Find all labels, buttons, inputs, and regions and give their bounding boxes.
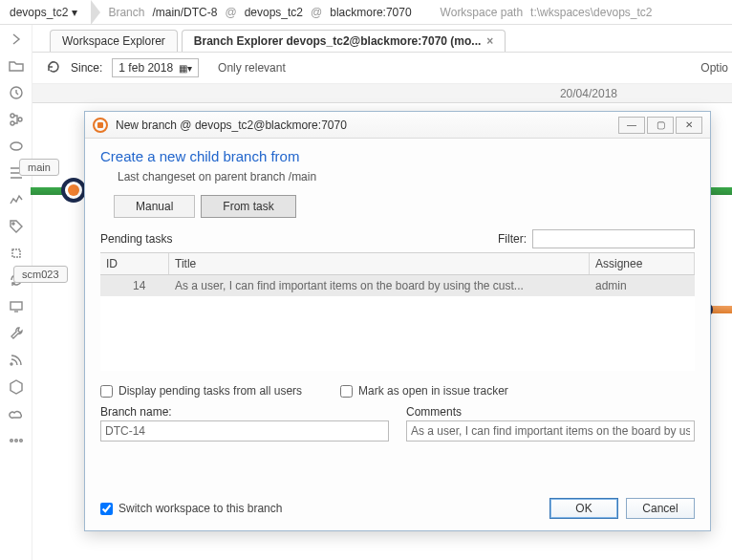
cloud-icon[interactable] [7, 405, 26, 422]
pending-tasks-label: Pending tasks [100, 232, 172, 246]
maximize-button[interactable]: ▢ [647, 117, 674, 134]
chk-switch-workspace[interactable]: Switch workspace to this branch [100, 502, 282, 515]
svg-point-5 [12, 223, 14, 225]
since-label: Since: [71, 61, 102, 75]
graph-icon[interactable] [7, 191, 26, 208]
chk-mark-open-label: Mark as open in issue tracker [358, 384, 508, 398]
branch-label-scm[interactable]: scm023 [13, 266, 68, 283]
table-row[interactable]: 14 As a user, I can find important items… [100, 275, 695, 296]
cell-id: 14 [100, 275, 169, 296]
refresh-button[interactable] [46, 59, 61, 77]
svg-point-9 [19, 440, 22, 442]
col-title[interactable]: Title [169, 253, 590, 274]
branch-label: Branch [108, 6, 144, 19]
wrench-icon[interactable] [7, 325, 26, 342]
branch-label-main[interactable]: main [19, 159, 59, 176]
workspace-path: t:\wkspaces\devops_tc2 [530, 6, 652, 19]
chevron-separator-icon [91, 0, 100, 25]
rss-icon[interactable] [7, 352, 26, 369]
at-symbol: @ [225, 6, 236, 19]
calendar-icon: ▦▾ [179, 63, 192, 74]
col-assignee[interactable]: Assignee [590, 253, 695, 274]
mode-manual-button[interactable]: Manual [114, 195, 195, 218]
cell-title: As a user, I can find important items on… [169, 275, 590, 296]
chk-mark-open-box[interactable] [340, 385, 353, 398]
changesets-icon[interactable] [7, 138, 26, 155]
dialog-title: New branch @ devops_tc2@blackmore:7070 [116, 118, 347, 132]
filter-label: Filter: [498, 232, 527, 246]
svg-point-2 [11, 121, 14, 125]
hex-icon[interactable] [7, 378, 26, 396]
branch-path[interactable]: /main/DTC-8 [152, 6, 217, 19]
chk-all-users-label: Display pending tasks from all users [118, 384, 302, 398]
svg-point-4 [11, 142, 22, 150]
col-id[interactable]: ID [100, 253, 169, 274]
filter-input[interactable] [532, 229, 695, 248]
chk-all-users[interactable]: Display pending tasks from all users [100, 384, 302, 398]
attr-icon[interactable] [7, 245, 26, 262]
workspace-path-label: Workspace path [441, 6, 524, 19]
svg-point-8 [14, 440, 17, 442]
monitor-icon[interactable] [7, 298, 26, 315]
tab-workspace-explorer[interactable]: Workspace Explorer [50, 30, 178, 52]
repo-dropdown[interactable]: devops_tc2 ▾ [4, 4, 83, 21]
svg-point-1 [11, 114, 14, 118]
svg-point-7 [10, 440, 12, 442]
pending-icon[interactable] [7, 84, 26, 101]
comments-label: Comments [406, 405, 695, 419]
grid-header: ID Title Assignee [100, 252, 695, 275]
minimize-button[interactable]: — [618, 117, 645, 134]
mode-from-task-button[interactable]: From task [201, 195, 295, 218]
chk-switch-workspace-box[interactable] [100, 503, 113, 515]
cancel-button[interactable]: Cancel [626, 498, 695, 519]
svg-rect-6 [11, 302, 22, 310]
ok-button[interactable]: OK [549, 498, 618, 519]
dialog-heading: Create a new child branch from [100, 148, 695, 164]
chk-mark-open[interactable]: Mark as open in issue tracker [340, 384, 508, 398]
dropdown-arrow-icon: ▾ [72, 6, 77, 19]
tasks-grid[interactable]: ID Title Assignee 14 As a user, I can fi… [100, 252, 695, 371]
comments-input[interactable] [406, 420, 695, 442]
chevron-right-icon[interactable] [7, 31, 26, 48]
mode-tabs: Manual From task [114, 195, 695, 218]
chk-all-users-box[interactable] [100, 385, 113, 398]
dialog-body: Create a new child branch from Last chan… [85, 139, 710, 530]
close-button[interactable]: ✕ [676, 117, 702, 134]
tag-icon[interactable] [7, 218, 26, 235]
timeline-ruler: 20/04/2018 [32, 84, 732, 103]
tab-branch-explorer[interactable]: Branch Explorer devops_tc2@blackmore:707… [182, 30, 506, 52]
options-link[interactable]: Optio [700, 61, 728, 75]
sidebar-rail [0, 25, 32, 560]
new-branch-dialog: New branch @ devops_tc2@blackmore:7070 —… [84, 111, 711, 531]
branch-name-label: Branch name: [100, 405, 389, 419]
repo-name-2[interactable]: devops_tc2 [245, 6, 303, 19]
cell-assignee: admin [590, 275, 695, 296]
dots-icon[interactable] [7, 432, 26, 449]
branch-name-input[interactable] [100, 420, 389, 442]
close-icon[interactable]: × [486, 34, 493, 48]
branches-icon[interactable] [7, 111, 26, 128]
app-logo-icon [93, 118, 108, 133]
chk-switch-workspace-label: Switch workspace to this branch [118, 502, 282, 515]
toolbar: Since: 1 feb 2018 ▦▾ Only relevant Optio [32, 52, 732, 84]
svg-point-3 [18, 118, 22, 121]
since-date-value: 1 feb 2018 [118, 61, 173, 75]
dialog-titlebar[interactable]: New branch @ devops_tc2@blackmore:7070 —… [85, 112, 710, 139]
since-date-picker[interactable]: 1 feb 2018 ▦▾ [112, 58, 199, 77]
at-symbol-2: @ [311, 6, 322, 19]
server-name[interactable]: blackmore:7070 [330, 6, 411, 19]
tab-label: Branch Explorer devops_tc2@blackmore:707… [194, 34, 481, 48]
breadcrumb-bar: devops_tc2 ▾ Branch /main/DTC-8 @ devops… [0, 0, 732, 25]
dialog-subheading: Last changeset on parent branch /main [118, 170, 695, 183]
folder-icon[interactable] [7, 57, 26, 75]
only-relevant-toggle[interactable]: Only relevant [218, 61, 286, 75]
ruler-date: 20/04/2018 [560, 87, 617, 100]
repo-name: devops_tc2 [10, 6, 68, 19]
tab-strip: Workspace Explorer Branch Explorer devop… [32, 25, 732, 52]
tab-label: Workspace Explorer [62, 34, 165, 48]
